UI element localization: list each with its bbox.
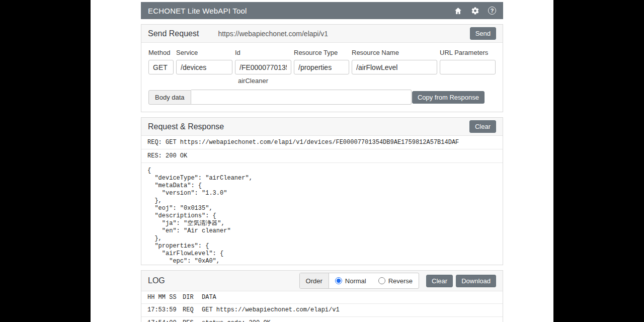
log-col-dir: DIR xyxy=(183,294,202,301)
request-url-text: https://webapiechonet.com/elapi/v1 xyxy=(218,30,328,38)
service-field-group: Service xyxy=(176,49,232,74)
order-reverse-label: Reverse xyxy=(388,277,413,285)
log-entry-data: GET https://webapiechonet.com/elapi/v1 xyxy=(202,306,340,314)
app-header: ECHONET Lite WebAPI Tool ? xyxy=(141,2,503,19)
id-label: Id xyxy=(235,49,291,56)
log-entry-row: 17:54:00 RES status code: 200 OK { "v1":… xyxy=(141,317,503,322)
log-entry-row: 17:53:59 REQ GET https://webapiechonet.c… xyxy=(141,304,503,317)
clear-response-button[interactable]: Clear xyxy=(469,120,496,133)
log-entry-data: status code: 200 OK { "v1": [ { xyxy=(202,319,271,322)
send-request-body: Method Service Id Resource Type xyxy=(141,43,503,112)
order-label: Order xyxy=(300,273,329,288)
order-normal-label: Normal xyxy=(345,277,366,285)
method-input[interactable] xyxy=(148,60,174,74)
resource-type-field-group: Resource Type xyxy=(294,49,349,74)
home-icon[interactable] xyxy=(454,7,462,15)
id-device-note: airCleaner xyxy=(238,77,496,85)
log-col-time: HH MM SS xyxy=(147,294,183,301)
response-body[interactable]: { "deviceType": "airCleaner", "metaData"… xyxy=(141,163,503,265)
log-section: LOG Order Normal Reverse Clear Download xyxy=(141,270,503,322)
body-data-input[interactable] xyxy=(191,90,412,105)
log-entry-time: 17:54:00 xyxy=(147,319,183,322)
order-normal-option[interactable]: Normal xyxy=(329,273,372,288)
id-input[interactable] xyxy=(235,60,291,74)
resource-name-label: Resource Name xyxy=(352,49,437,56)
body-data-row: Body data Copy from Response xyxy=(148,90,496,105)
download-log-button[interactable]: Download xyxy=(456,275,496,287)
send-request-title: Send Request xyxy=(148,29,199,38)
request-response-title: Request & Response xyxy=(148,122,224,131)
log-entry-dir: REQ xyxy=(183,306,202,314)
url-parameters-field-group: URL Parameters xyxy=(440,49,496,74)
log-order-group: Order Normal Reverse xyxy=(299,273,420,289)
service-label: Service xyxy=(176,49,232,56)
browser-page: ECHONET Lite WebAPI Tool ? Send Request … xyxy=(91,0,553,322)
app-title: ECHONET Lite WebAPI Tool xyxy=(148,7,247,15)
resource-type-input[interactable] xyxy=(294,60,349,74)
send-button[interactable]: Send xyxy=(470,27,496,40)
send-request-section: Send Request https://webapiechonet.com/e… xyxy=(141,24,503,112)
log-table-header: HH MM SS DIR DATA xyxy=(141,291,503,304)
request-fields-row: Method Service Id Resource Type xyxy=(148,49,496,74)
order-normal-radio[interactable] xyxy=(335,277,342,284)
copy-from-response-button[interactable]: Copy from Response xyxy=(412,91,485,104)
service-input[interactable] xyxy=(176,60,232,74)
response-status-line: RES: 200 OK xyxy=(141,149,503,163)
resource-name-field-group: Resource Name xyxy=(352,49,437,74)
log-header: LOG Order Normal Reverse Clear Download xyxy=(141,271,503,291)
body-data-label: Body data xyxy=(148,90,191,105)
url-parameters-input[interactable] xyxy=(440,60,496,74)
log-entry-time: 17:53:59 xyxy=(147,306,183,314)
send-request-header: Send Request https://webapiechonet.com/e… xyxy=(141,25,503,43)
help-icon[interactable]: ? xyxy=(488,7,496,15)
app-content: ECHONET Lite WebAPI Tool ? Send Request … xyxy=(141,0,503,322)
clear-log-button[interactable]: Clear xyxy=(426,275,453,287)
settings-gear-icon[interactable] xyxy=(471,7,479,15)
request-line: REQ: GET https://webapiechonet.com/elapi… xyxy=(141,136,503,149)
request-response-header: Request & Response Clear xyxy=(141,118,503,136)
appbar-icons: ? xyxy=(454,7,496,15)
resource-type-label: Resource Type xyxy=(294,49,349,56)
method-field-group: Method xyxy=(148,49,174,74)
url-parameters-label: URL Parameters xyxy=(440,49,496,56)
resource-name-input[interactable] xyxy=(352,60,437,74)
request-response-section: Request & Response Clear REQ: GET https:… xyxy=(141,117,503,265)
method-label: Method xyxy=(148,49,174,56)
id-field-group: Id xyxy=(235,49,291,74)
order-reverse-radio[interactable] xyxy=(378,277,385,284)
log-title: LOG xyxy=(148,276,165,285)
log-col-data: DATA xyxy=(202,294,216,301)
order-reverse-option[interactable]: Reverse xyxy=(372,273,419,288)
log-entry-dir: RES xyxy=(183,319,202,322)
